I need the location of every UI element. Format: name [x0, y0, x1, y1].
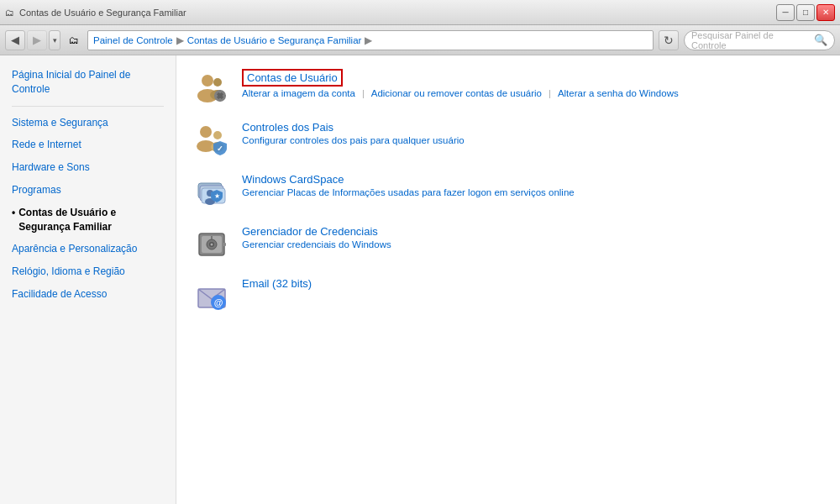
controles-pais-title[interactable]: Controles dos Pais — [242, 121, 333, 134]
section-credenciais: Gerenciador de Credenciais Gerenciar cre… — [193, 225, 823, 262]
sidebar-item-hardware[interactable]: Hardware e Sons — [0, 156, 176, 179]
svg-rect-26 — [223, 243, 226, 246]
section-contas-usuario: Contas de Usuário Alterar a imagem da co… — [193, 69, 823, 106]
sidebar-item-relogio[interactable]: Relógio, Idioma e Região — [0, 260, 176, 283]
link-sep-1: | — [362, 88, 365, 98]
link-configurar-controles[interactable]: Configurar controles dos pais para qualq… — [242, 135, 465, 145]
controles-pais-text: Controles dos Pais Configurar controles … — [242, 121, 465, 145]
link-alterar-senha[interactable]: Alterar a senha do Windows — [558, 88, 679, 98]
svg-rect-7 — [219, 98, 221, 102]
controles-pais-links: Configurar controles dos pais para qualq… — [242, 135, 465, 145]
window-icon: 🗂 — [5, 8, 14, 18]
link-sep-2: | — [549, 88, 551, 98]
refresh-button[interactable]: ↻ — [659, 30, 679, 50]
svg-rect-9 — [223, 95, 226, 97]
section-controles-pais: ✓ Controles dos Pais Configurar controle… — [193, 121, 823, 158]
cardspace-links: Gerenciar Placas de Informações usadas p… — [242, 187, 575, 197]
sidebar-item-programas[interactable]: Programas — [0, 179, 176, 202]
breadcrumb-sep-1: ▶ — [176, 34, 184, 46]
search-box[interactable]: Pesquisar Painel de Controle 🔍 — [684, 30, 835, 50]
sidebar-divider-1 — [12, 106, 164, 107]
svg-rect-8 — [214, 95, 218, 97]
folder-icon: 🗂 — [66, 32, 82, 49]
breadcrumb[interactable]: Painel de Controle ▶ Contas de Usuário e… — [87, 30, 654, 50]
sidebar-item-rede[interactable]: Rede e Internet — [0, 134, 176, 156]
svg-point-0 — [202, 75, 213, 87]
contas-usuario-links: Alterar a imagem da conta | Adicionar ou… — [242, 88, 679, 98]
svg-point-5 — [217, 92, 223, 99]
sidebar-item-facilidade[interactable]: Facilidade de Acesso — [0, 283, 176, 306]
title-bar-text: 🗂 Contas de Usuário e Segurança Familiar — [5, 8, 186, 18]
breadcrumb-root[interactable]: Painel de Controle — [93, 35, 173, 45]
maximize-button[interactable]: □ — [796, 4, 815, 21]
search-placeholder-text: Pesquisar Painel de Controle — [691, 30, 811, 50]
title-bar-controls: ─ □ ✕ — [776, 4, 835, 21]
svg-point-12 — [213, 131, 222, 139]
forward-button[interactable]: ▶ — [27, 30, 47, 50]
icon-credenciais — [193, 225, 230, 262]
title-bar: 🗂 Contas de Usuário e Segurança Familiar… — [0, 0, 840, 25]
link-gerenciar-credenciais[interactable]: Gerenciar credenciais do Windows — [242, 239, 391, 249]
svg-point-2 — [213, 78, 222, 87]
section-cardspace: ★ Windows CardSpace Gerenciar Placas de … — [193, 173, 823, 210]
search-icon[interactable]: 🔍 — [814, 34, 827, 46]
svg-rect-6 — [219, 90, 221, 93]
link-alterar-imagem[interactable]: Alterar a imagem da conta — [242, 88, 355, 98]
email-title[interactable]: Email (32 bits) — [242, 277, 312, 290]
close-button[interactable]: ✕ — [816, 4, 835, 21]
minimize-button[interactable]: ─ — [776, 4, 795, 21]
sidebar-item-contas: • Contas de Usuário e Segurança Familiar — [0, 202, 176, 239]
svg-text:@: @ — [214, 297, 223, 307]
svg-point-27 — [211, 244, 213, 246]
content-area: Contas de Usuário Alterar a imagem da co… — [176, 55, 840, 504]
breadcrumb-sep-2: ▶ — [365, 34, 372, 46]
sidebar: Página Inicial do Painel de Controle Sis… — [0, 55, 176, 504]
sidebar-item-aparencia[interactable]: Aparência e Personalização — [0, 238, 176, 260]
icon-contas-usuario — [193, 69, 230, 106]
nav-buttons: ◀ ▶ ▾ — [5, 30, 60, 50]
cardspace-text: Windows CardSpace Gerenciar Placas de In… — [242, 173, 575, 197]
section-email: @ Email (32 bits) — [193, 277, 823, 314]
sidebar-item-home[interactable]: Página Inicial do Painel de Controle — [0, 64, 176, 101]
credenciais-text: Gerenciador de Credenciais Gerenciar cre… — [242, 225, 391, 249]
history-dropdown-button[interactable]: ▾ — [49, 30, 60, 50]
address-bar: ◀ ▶ ▾ 🗂 Painel de Controle ▶ Contas de U… — [0, 25, 840, 55]
svg-text:✓: ✓ — [217, 144, 223, 153]
contas-usuario-title[interactable]: Contas de Usuário — [242, 69, 343, 87]
icon-controles-pais: ✓ — [193, 121, 230, 158]
icon-email: @ — [193, 277, 230, 314]
svg-point-10 — [200, 126, 212, 138]
back-button[interactable]: ◀ — [5, 30, 25, 50]
breadcrumb-current[interactable]: Contas de Usuário e Segurança Familiar — [187, 35, 362, 45]
icon-cardspace: ★ — [193, 173, 230, 210]
active-bullet: • — [12, 206, 15, 220]
svg-text:★: ★ — [214, 192, 220, 200]
credenciais-links: Gerenciar credenciais do Windows — [242, 239, 391, 249]
cardspace-title[interactable]: Windows CardSpace — [242, 173, 344, 186]
link-adicionar-remover[interactable]: Adicionar ou remover contas de usuário — [371, 88, 542, 98]
sidebar-item-sistema[interactable]: Sistema e Segurança — [0, 112, 176, 134]
link-gerenciar-placas[interactable]: Gerenciar Placas de Informações usadas p… — [242, 187, 575, 197]
contas-usuario-text: Contas de Usuário Alterar a imagem da co… — [242, 69, 679, 98]
email-text: Email (32 bits) — [242, 277, 312, 290]
credenciais-title[interactable]: Gerenciador de Credenciais — [242, 225, 378, 238]
main-container: Página Inicial do Painel de Controle Sis… — [0, 55, 840, 504]
